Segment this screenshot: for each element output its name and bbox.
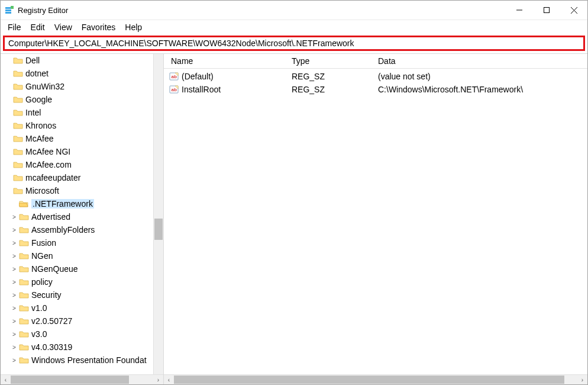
- list-row[interactable]: abInstallRootREG_SZC:\Windows\Microsoft.…: [164, 83, 587, 96]
- list-pane: Name Type Data ab(Default)REG_SZ(value n…: [164, 54, 587, 384]
- folder-icon: [18, 212, 29, 222]
- tree-item[interactable]: Intel: [1, 106, 153, 119]
- scroll-left-icon[interactable]: ‹: [1, 375, 11, 385]
- menu-help[interactable]: Help: [120, 21, 147, 33]
- content-panes: DelldotnetGnuWin32GoogleIntelKhronosMcAf…: [1, 53, 587, 384]
- minimize-button[interactable]: [506, 1, 533, 20]
- value-type: REG_SZ: [287, 85, 373, 94]
- address-input[interactable]: [7, 38, 581, 49]
- tree-item[interactable]: mcafeeupdater: [1, 171, 153, 184]
- tree-item[interactable]: >NGenQueue: [1, 262, 153, 275]
- tree-item[interactable]: >Fusion: [1, 236, 153, 249]
- tree-item[interactable]: >v3.0: [1, 328, 153, 341]
- svg-text:ab: ab: [172, 74, 177, 79]
- scrollbar-thumb[interactable]: [154, 219, 163, 240]
- chevron-right-icon[interactable]: >: [10, 344, 18, 351]
- scroll-left-icon[interactable]: ‹: [164, 375, 174, 385]
- tree-item-label: .NETFramework: [31, 199, 94, 208]
- tree-item[interactable]: .NETFramework: [1, 197, 153, 210]
- tree-item-label: Security: [31, 290, 62, 300]
- folder-icon: [18, 251, 29, 261]
- tree-item[interactable]: GnuWin32: [1, 80, 153, 93]
- tree-item[interactable]: Microsoft: [1, 184, 153, 197]
- menu-edit[interactable]: Edit: [26, 21, 50, 33]
- app-icon: [4, 5, 15, 15]
- tree-item-label: Dell: [25, 56, 40, 65]
- tree-item[interactable]: >AssemblyFolders: [1, 223, 153, 236]
- chevron-right-icon[interactable]: >: [10, 214, 18, 220]
- tree-item-label: NGenQueue: [31, 264, 78, 274]
- window-buttons: [506, 1, 587, 20]
- menu-view[interactable]: View: [50, 21, 77, 33]
- folder-icon: [12, 173, 23, 182]
- folder-icon: [18, 316, 29, 326]
- tree-item[interactable]: McAfee: [1, 132, 153, 145]
- folder-icon: [18, 238, 29, 248]
- column-data[interactable]: Data: [373, 54, 587, 68]
- folder-icon: [12, 69, 23, 78]
- tree-item[interactable]: dotnet: [1, 67, 153, 80]
- tree-item[interactable]: Google: [1, 93, 153, 106]
- folder-icon: [18, 342, 29, 352]
- tree-body: DelldotnetGnuWin32GoogleIntelKhronosMcAf…: [1, 54, 163, 374]
- tree-item[interactable]: McAfee NGI: [1, 145, 153, 158]
- folder-icon: [18, 303, 29, 313]
- folder-icon: [18, 277, 29, 287]
- scrollbar-thumb[interactable]: [174, 376, 564, 384]
- chevron-right-icon[interactable]: >: [10, 253, 18, 259]
- chevron-right-icon[interactable]: >: [10, 305, 18, 312]
- tree-item[interactable]: >policy: [1, 275, 153, 288]
- folder-icon: [18, 329, 29, 339]
- tree-item[interactable]: >v2.0.50727: [1, 315, 153, 328]
- tree-item[interactable]: >v1.0: [1, 301, 153, 315]
- address-bar[interactable]: [3, 36, 585, 51]
- tree-item[interactable]: >Advertised: [1, 210, 153, 223]
- menu-file[interactable]: File: [3, 21, 26, 33]
- folder-icon: [18, 290, 29, 300]
- chevron-right-icon[interactable]: >: [10, 279, 18, 285]
- chevron-right-icon[interactable]: >: [10, 357, 18, 364]
- tree-item-label: GnuWin32: [25, 82, 64, 91]
- titlebar[interactable]: Registry Editor: [1, 1, 587, 20]
- chevron-right-icon[interactable]: >: [10, 240, 18, 246]
- tree-item[interactable]: Khronos: [1, 119, 153, 132]
- folder-icon: [12, 134, 23, 143]
- column-name[interactable]: Name: [166, 54, 287, 68]
- folder-icon: [12, 147, 23, 156]
- folder-icon: [12, 56, 23, 65]
- scroll-right-icon[interactable]: ›: [577, 375, 587, 385]
- value-name: (Default): [182, 72, 214, 81]
- chevron-right-icon[interactable]: >: [10, 318, 18, 325]
- folder-icon: [12, 108, 23, 117]
- string-value-icon: ab: [169, 85, 179, 94]
- tree-vertical-scrollbar[interactable]: [153, 54, 163, 374]
- chevron-right-icon[interactable]: >: [10, 292, 18, 299]
- list-body: ab(Default)REG_SZ(value not set)abInstal…: [164, 69, 587, 374]
- tree-horizontal-scrollbar[interactable]: ‹ ›: [1, 374, 163, 384]
- scrollbar-thumb[interactable]: [11, 376, 129, 384]
- list-horizontal-scrollbar[interactable]: ‹ ›: [164, 374, 587, 384]
- column-type[interactable]: Type: [287, 54, 373, 68]
- tree-pane: DelldotnetGnuWin32GoogleIntelKhronosMcAf…: [1, 54, 164, 384]
- tree-item-label: policy: [31, 277, 53, 287]
- tree-item[interactable]: McAfee.com: [1, 158, 153, 171]
- tree-item[interactable]: >v4.0.30319: [1, 341, 153, 354]
- chevron-right-icon[interactable]: >: [10, 266, 18, 272]
- svg-rect-2: [5, 12, 11, 14]
- scroll-right-icon[interactable]: ›: [153, 375, 163, 385]
- menu-favorites[interactable]: Favorites: [77, 21, 121, 33]
- tree-item[interactable]: Dell: [1, 54, 153, 67]
- chevron-right-icon[interactable]: >: [10, 227, 18, 233]
- svg-rect-5: [544, 8, 550, 13]
- tree-item[interactable]: >Windows Presentation Foundat: [1, 354, 153, 367]
- close-button[interactable]: [560, 1, 587, 20]
- tree-item-label: Intel: [25, 108, 41, 117]
- tree-item[interactable]: >NGen: [1, 249, 153, 262]
- svg-text:ab: ab: [172, 87, 177, 92]
- chevron-right-icon[interactable]: >: [10, 331, 18, 338]
- maximize-button[interactable]: [533, 1, 560, 20]
- tree-item-label: dotnet: [25, 69, 49, 78]
- list-row[interactable]: ab(Default)REG_SZ(value not set): [164, 70, 587, 83]
- value-data: C:\Windows\Microsoft.NET\Framework\: [373, 85, 587, 94]
- tree-item[interactable]: >Security: [1, 288, 153, 301]
